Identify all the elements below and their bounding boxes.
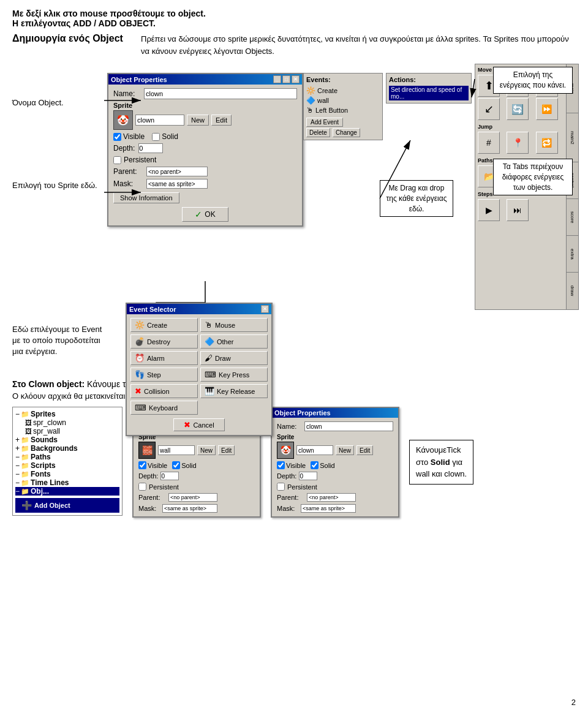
parent-input[interactable]	[146, 167, 208, 176]
step-btn-2[interactable]: ⏭	[507, 199, 529, 221]
event-collision-button[interactable]: ✖Collision	[130, 384, 198, 398]
tree-paths: − 📁 Paths	[15, 453, 119, 461]
tab-extra[interactable]: extra	[567, 236, 578, 273]
event-selector-close[interactable]: ✕	[261, 305, 269, 313]
clown-visible-label[interactable]: Visible	[277, 461, 306, 469]
jump-btn-3[interactable]: 🔁	[536, 132, 558, 154]
ok-button[interactable]: ✓ OK	[182, 207, 228, 222]
wall-parent-input[interactable]	[168, 493, 217, 502]
event-create-button[interactable]: 🔆Create	[130, 318, 198, 332]
solid-checkbox[interactable]	[152, 133, 160, 141]
add-icon: ➕	[21, 500, 32, 510]
move-btn-4[interactable]: ↙	[478, 98, 500, 120]
clown-solid-cb[interactable]	[311, 461, 318, 469]
persistent-row: Persistent	[113, 156, 297, 164]
change-event-button[interactable]: Change	[333, 128, 360, 137]
add-object-button[interactable]: ➕ Add Object	[15, 498, 119, 513]
page-number: 2	[571, 698, 576, 707]
tab-draw[interactable]: draw	[567, 273, 578, 309]
cancel-button[interactable]: ✖ Cancel	[173, 418, 224, 431]
name-row: Name:	[113, 88, 297, 99]
maximize-button[interactable]: □	[282, 75, 290, 83]
jump-btn-1[interactable]: #	[478, 132, 500, 154]
clown-new-btn[interactable]: New	[336, 445, 354, 455]
wall-solid-cb[interactable]	[172, 461, 180, 469]
event-destroy-button[interactable]: 💣Destroy	[130, 334, 198, 349]
heading-line2: Η επιλέγοντας ADD / ADD OBJECT.	[12, 18, 576, 28]
visible-checkbox[interactable]	[113, 133, 121, 141]
events-panel: Events: 🔆 Create 🔷 wall 🖱 Left Button Ad…	[303, 73, 383, 140]
new-button[interactable]: New	[187, 115, 209, 126]
wall-edit-btn[interactable]: Edit	[218, 445, 235, 455]
bottom-title: Στο Clown object: Κάνουμε τις ρυθμίσεις …	[12, 379, 576, 389]
clown-persistent-cb[interactable]	[277, 483, 285, 491]
add-event-button[interactable]: Add Event	[306, 118, 343, 127]
sprite-row: 🤡 New Edit	[113, 110, 297, 130]
solid-checkbox-label[interactable]: Solid	[152, 132, 178, 141]
jump-btn-2[interactable]: 📍	[507, 132, 529, 154]
clown-solid-label[interactable]: Solid	[311, 461, 334, 469]
clown-edit-btn[interactable]: Edit	[356, 445, 373, 455]
clown-window-body: Name: Sprite 🤡 New Edit Visible Solid De…	[272, 418, 398, 516]
event-selector-titlebar: Event Selector ✕	[127, 304, 271, 314]
edit-button[interactable]: Edit	[211, 115, 232, 126]
close-button[interactable]: ✕	[292, 75, 300, 83]
event-mouse-button[interactable]: 🖱Mouse	[200, 318, 268, 332]
event-create[interactable]: 🔆 Create	[306, 86, 380, 96]
event-step-button[interactable]: 👣Step	[130, 368, 198, 382]
tab-score[interactable]: score	[567, 199, 578, 236]
event-draw-button[interactable]: 🖌Draw	[200, 351, 268, 365]
wall-sprite-input[interactable]	[158, 445, 195, 455]
wall-depth-input[interactable]	[160, 472, 179, 480]
name-input[interactable]	[144, 88, 297, 99]
clown-depth-input[interactable]	[299, 472, 317, 480]
wall-visible-cb[interactable]	[138, 461, 146, 469]
clown-sprite-input[interactable]	[296, 445, 333, 455]
annotation-solid: ΚάνουμεTick στο Solid για wall και clown…	[409, 440, 473, 485]
annotation-action-selection: Επιλογή της ενέργειας που κάνει.	[493, 67, 573, 94]
mask-input[interactable]	[146, 179, 208, 189]
delete-change-buttons: Delete Change	[306, 128, 380, 137]
tree-view: − 📁 Sprites 🖼 spr_clown 🖼 spr_wall + 📁 S…	[12, 407, 123, 516]
clown-visible-cb[interactable]	[277, 461, 285, 469]
clown-name-input[interactable]	[304, 421, 393, 431]
label-object-name: Όνομα Object.	[12, 97, 104, 107]
clown-sprite-row: 🤡 New Edit	[277, 442, 393, 459]
wall-persistent-cb[interactable]	[138, 483, 146, 491]
visible-checkbox-label[interactable]: Visible	[113, 132, 145, 141]
event-left-button[interactable]: 🖱 Left Button	[306, 105, 380, 115]
minimize-button[interactable]: _	[273, 75, 281, 83]
event-alarm-button[interactable]: ⏰Alarm	[130, 351, 198, 365]
wall-parent-row: Parent:	[138, 493, 255, 502]
event-keypress-button[interactable]: ⌨Key Press	[200, 368, 268, 382]
clown-mask-row: Mask:	[277, 504, 393, 513]
event-other-button[interactable]: 🔷Other	[200, 334, 268, 349]
delete-event-button[interactable]: Delete	[306, 128, 330, 137]
move-btn-5[interactable]: 🔄	[507, 98, 529, 120]
move-btn-6[interactable]: ⏩	[536, 98, 558, 120]
parent-row: Parent:	[113, 167, 297, 176]
step-btn-1[interactable]: ▶	[478, 199, 500, 221]
actions-title: Actions:	[389, 76, 469, 83]
clown-parent-input[interactable]	[307, 493, 356, 502]
action-item[interactable]: Set direction and speed of mo...	[389, 86, 469, 100]
clown-mask-input[interactable]	[301, 504, 356, 513]
wall-new-btn[interactable]: New	[197, 445, 216, 455]
wall-solid-label[interactable]: Solid	[172, 461, 196, 469]
clown-check-row: Visible Solid	[277, 461, 393, 469]
depth-input[interactable]	[138, 143, 163, 153]
tree-spr-wall: 🖼 spr_wall	[25, 427, 119, 436]
event-wall[interactable]: 🔷 wall	[306, 96, 380, 105]
heading-line1: Με δεξί κλικ στο mouse προσθέτουμε το ob…	[12, 9, 576, 18]
wall-mask-input[interactable]	[162, 504, 217, 513]
sprite-name-input[interactable]	[135, 115, 184, 126]
clown-window-titlebar: Object Properties	[272, 408, 398, 418]
sprite-label: Sprite	[113, 102, 297, 109]
tab-main2[interactable]: main2	[567, 113, 578, 162]
show-info-button[interactable]: Show Information	[113, 192, 179, 203]
wall-visible-label[interactable]: Visible	[138, 461, 167, 469]
persistent-checkbox[interactable]	[113, 156, 121, 164]
event-keyboard-button[interactable]: ⌨Keyboard	[130, 401, 198, 415]
events-title: Events:	[306, 76, 380, 83]
event-keyrelease-button[interactable]: 🎹Key Release	[200, 384, 268, 398]
